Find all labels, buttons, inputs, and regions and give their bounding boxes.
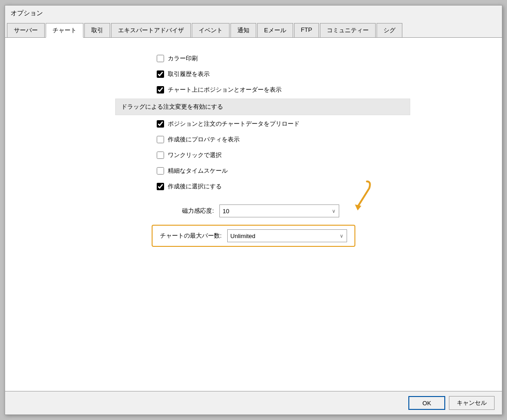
checkbox-fine-timescale[interactable] [157, 167, 164, 175]
max-bars-select-wrapper: Unlimited 1000 5000 10000 50000 100000 [227, 229, 347, 242]
orange-arrow-annotation [330, 179, 376, 211]
label-show-properties[interactable]: 作成後にプロパティを表示 [168, 135, 240, 144]
tab-community[interactable]: コミュニティー [320, 23, 376, 37]
tab-ftp[interactable]: FTP [294, 23, 319, 37]
checkbox-select-after-create[interactable] [157, 183, 164, 190]
label-drag-order: ドラッグによる注文変更を有効にする [121, 103, 223, 111]
checkbox-show-properties[interactable] [157, 136, 164, 143]
options-list: カラー印刷 取引履歴を表示 チャート上にポジションとオーダーを表示 ドラッグによ… [14, 52, 493, 193]
tab-bar: サーバー チャート 取引 エキスパートアドバイザ イベント 通知 Eメール FT… [5, 21, 502, 38]
option-show-properties: 作成後にプロパティを表示 [157, 133, 350, 146]
checkbox-show-trade-history[interactable] [157, 70, 164, 78]
magnetic-sensitivity-select-wrapper: 10 1 5 20 50 [219, 204, 339, 217]
dialog-title: オプション [5, 6, 502, 21]
option-color-print: カラー印刷 [157, 52, 350, 65]
option-fine-timescale: 精細なタイムスケール [157, 164, 350, 178]
fields-section: 磁力感応度: 10 1 5 20 50 [14, 201, 493, 249]
label-one-click-select[interactable]: ワンクリックで選択 [168, 151, 222, 159]
label-show-positions-orders[interactable]: チャート上にポジションとオーダーを表示 [168, 86, 282, 94]
label-preload-chart-data[interactable]: ポジションと注文のチャートデータをプリロード [168, 120, 300, 128]
checkbox-one-click-select[interactable] [157, 152, 164, 159]
checkbox-show-positions-orders[interactable] [157, 86, 164, 93]
svg-marker-0 [355, 204, 361, 210]
tab-email[interactable]: Eメール [257, 23, 293, 37]
magnetic-sensitivity-row: 磁力感応度: 10 1 5 20 50 [168, 204, 339, 217]
label-show-trade-history[interactable]: 取引履歴を表示 [168, 70, 210, 78]
magnetic-sensitivity-label: 磁力感応度: [168, 207, 214, 215]
checkbox-preload-chart-data[interactable] [157, 120, 164, 128]
max-bars-select[interactable]: Unlimited 1000 5000 10000 50000 100000 [227, 229, 347, 242]
content-area: カラー印刷 取引履歴を表示 チャート上にポジションとオーダーを表示 ドラッグによ… [5, 38, 502, 391]
tab-event[interactable]: イベント [192, 23, 230, 37]
label-color-print[interactable]: カラー印刷 [168, 54, 198, 63]
label-fine-timescale[interactable]: 精細なタイムスケール [168, 167, 228, 175]
magnetic-sensitivity-select[interactable]: 10 1 5 20 50 [219, 204, 339, 217]
tab-trade[interactable]: 取引 [84, 23, 110, 37]
option-select-after-create: 作成後に選択にする [157, 180, 350, 193]
option-show-trade-history: 取引履歴を表示 [157, 67, 350, 81]
checkbox-color-print[interactable] [157, 55, 164, 62]
bottom-bar: OK キャンセル [5, 391, 502, 414]
label-select-after-create[interactable]: 作成後に選択にする [168, 182, 222, 191]
option-drag-order: ドラッグによる注文変更を有効にする [115, 99, 410, 115]
tab-notify[interactable]: 通知 [230, 23, 256, 37]
tab-server[interactable]: サーバー [7, 23, 45, 37]
tab-chart[interactable]: チャート [46, 23, 83, 38]
option-show-positions-orders: チャート上にポジションとオーダーを表示 [157, 83, 350, 97]
options-dialog: オプション サーバー チャート 取引 エキスパートアドバイザ イベント 通知 E… [5, 5, 502, 415]
ok-button[interactable]: OK [408, 396, 445, 410]
option-preload-chart-data: ポジションと注文のチャートデータをプリロード [157, 117, 350, 131]
tab-sig[interactable]: シグ [377, 23, 402, 37]
max-bars-highlight-box: チャートの最大バー数: Unlimited 1000 5000 10000 50… [152, 225, 355, 247]
tab-expert[interactable]: エキスパートアドバイザ [111, 23, 191, 37]
option-one-click-select: ワンクリックで選択 [157, 148, 350, 162]
max-bars-label: チャートの最大バー数: [160, 232, 222, 240]
cancel-button[interactable]: キャンセル [449, 396, 495, 410]
